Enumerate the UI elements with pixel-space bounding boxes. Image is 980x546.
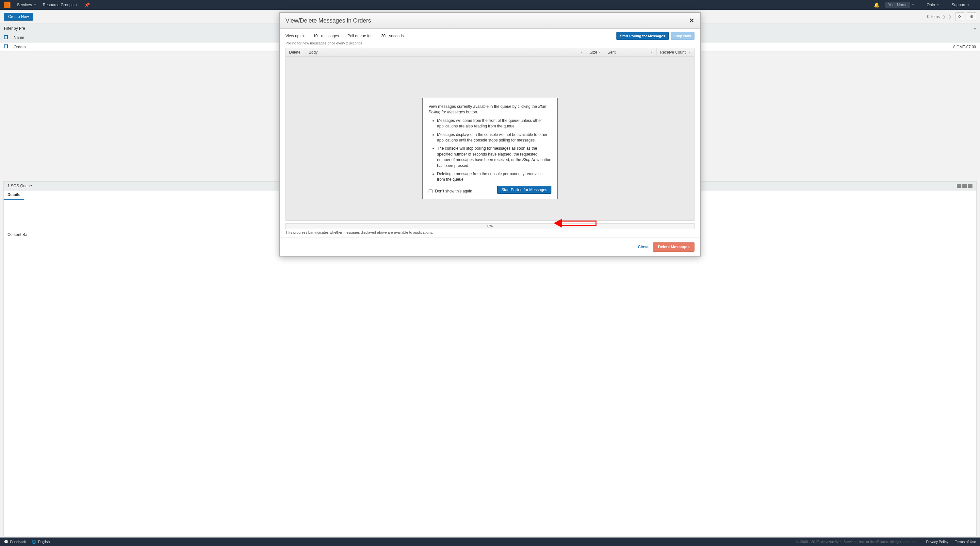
view-up-to-label: View up to: xyxy=(285,33,305,38)
start-polling-button[interactable]: Start Polling for Messages xyxy=(616,32,669,40)
column-sent[interactable]: Sent▼ xyxy=(605,48,657,52)
seconds-label: seconds xyxy=(389,33,404,38)
messages-label: messages xyxy=(321,33,339,38)
sort-icon: ▼ xyxy=(651,51,653,52)
close-icon[interactable]: ✕ xyxy=(689,17,695,24)
sort-icon: ▼ xyxy=(598,51,601,52)
view-delete-messages-modal: View/Delete Messages in Orders ✕ View up… xyxy=(279,13,701,52)
column-receive-count[interactable]: Receive Count▼ xyxy=(657,48,694,52)
modal-backdrop: View/Delete Messages in Orders ✕ View up… xyxy=(0,0,980,52)
polling-note: Polling for new messages once every 2 se… xyxy=(280,41,700,48)
poll-queue-label: Poll queue for: xyxy=(348,33,373,38)
view-up-to-input[interactable] xyxy=(307,33,319,39)
messages-header-row: Delete Body▼ Size▼ Sent▼ Receive Count▼ xyxy=(286,48,694,52)
sort-icon: ▼ xyxy=(580,51,583,52)
column-delete[interactable]: Delete xyxy=(286,48,305,52)
modal-controls: View up to: messages Poll queue for: sec… xyxy=(280,29,700,41)
poll-seconds-input[interactable] xyxy=(375,33,387,39)
column-body[interactable]: Body▼ xyxy=(305,48,586,52)
modal-header: View/Delete Messages in Orders ✕ xyxy=(280,13,700,29)
stop-now-button[interactable]: Stop Now xyxy=(671,32,695,40)
modal-title: View/Delete Messages in Orders xyxy=(285,18,371,24)
sort-icon: ▼ xyxy=(688,51,690,52)
messages-table: Delete Body▼ Size▼ Sent▼ Receive Count▼ … xyxy=(285,48,695,52)
column-size[interactable]: Size▼ xyxy=(586,48,605,52)
